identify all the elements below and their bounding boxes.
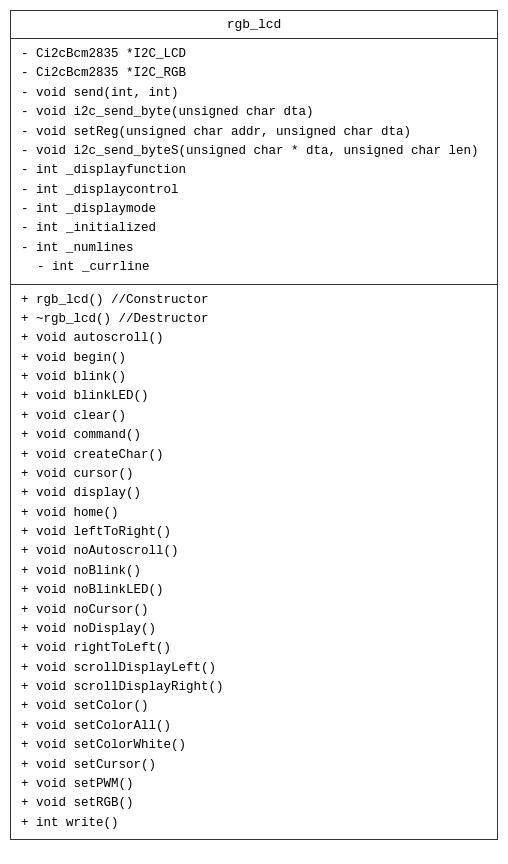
method-line: + void rightToLeft()	[21, 639, 487, 658]
class-attributes-section: - Ci2cBcm2835 *I2C_LCD- Ci2cBcm2835 *I2C…	[11, 39, 497, 285]
method-line: + void setColorAll()	[21, 717, 487, 736]
attribute-line: - int _displaymode	[21, 200, 487, 219]
method-line: + void leftToRight()	[21, 523, 487, 542]
attribute-line: - int _numlines	[21, 239, 487, 258]
method-line: + void noBlinkLED()	[21, 581, 487, 600]
method-line: + void noCursor()	[21, 601, 487, 620]
method-line: + void blink()	[21, 368, 487, 387]
method-line: + void setColor()	[21, 697, 487, 716]
method-line: + void setColorWhite()	[21, 736, 487, 755]
attribute-line: - Ci2cBcm2835 *I2C_RGB	[21, 64, 487, 83]
method-line: + ~rgb_lcd() //Destructor	[21, 310, 487, 329]
method-line: + void setPWM()	[21, 775, 487, 794]
method-line: + int write()	[21, 814, 487, 833]
method-line: + void begin()	[21, 349, 487, 368]
attribute-line: - void i2c_send_byteS(unsigned char * dt…	[21, 142, 487, 161]
method-line: + void display()	[21, 484, 487, 503]
method-line: + void blinkLED()	[21, 387, 487, 406]
attribute-line: - int _displaycontrol	[21, 181, 487, 200]
method-line: + void home()	[21, 504, 487, 523]
method-line: + void noBlink()	[21, 562, 487, 581]
attribute-line: - void send(int, int)	[21, 84, 487, 103]
method-line: + void command()	[21, 426, 487, 445]
method-line: + void autoscroll()	[21, 329, 487, 348]
method-line: + void setCursor()	[21, 756, 487, 775]
method-line: + void createChar()	[21, 446, 487, 465]
method-line: + void setRGB()	[21, 794, 487, 813]
class-diagram: rgb_lcd - Ci2cBcm2835 *I2C_LCD- Ci2cBcm2…	[10, 10, 498, 840]
method-line: + void noDisplay()	[21, 620, 487, 639]
method-line: + void scrollDisplayLeft()	[21, 659, 487, 678]
method-line: + void scrollDisplayRight()	[21, 678, 487, 697]
class-methods-section: + rgb_lcd() //Constructor+ ~rgb_lcd() //…	[11, 285, 497, 840]
attribute-line: - int _displayfunction	[21, 161, 487, 180]
attribute-line: - Ci2cBcm2835 *I2C_LCD	[21, 45, 487, 64]
method-line: + rgb_lcd() //Constructor	[21, 291, 487, 310]
attribute-line: - void i2c_send_byte(unsigned char dta)	[21, 103, 487, 122]
attribute-line: - int _currline	[21, 258, 487, 277]
method-line: + void clear()	[21, 407, 487, 426]
method-line: + void noAutoscroll()	[21, 542, 487, 561]
class-name: rgb_lcd	[11, 11, 497, 39]
attribute-line: - void setReg(unsigned char addr, unsign…	[21, 123, 487, 142]
attribute-line: - int _initialized	[21, 219, 487, 238]
method-line: + void cursor()	[21, 465, 487, 484]
